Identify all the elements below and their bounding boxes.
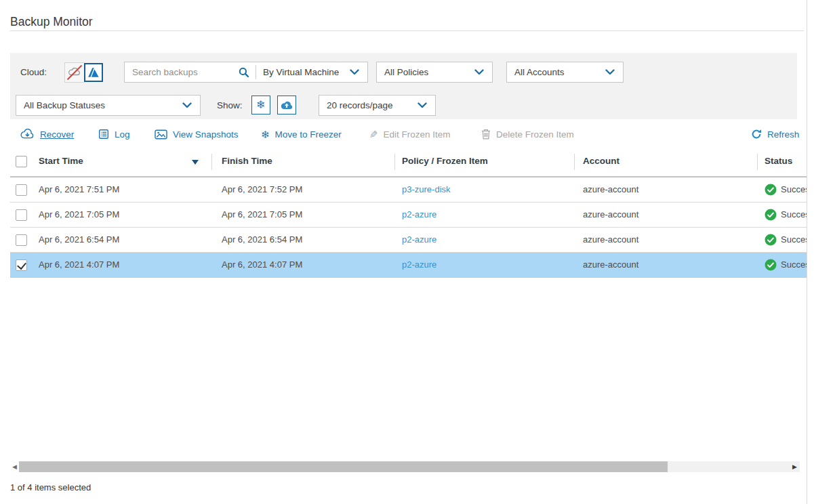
selection-summary: 1 of 4 items selected [10,482,91,492]
success-icon [765,209,777,221]
account-cell: azure-account [583,228,638,252]
log-list-icon [98,129,109,140]
table-body: Apr 6, 2021 7:51 PM Apr 6, 2021 7:52 PM … [10,177,807,278]
view-snapshots-label: View Snapshots [173,129,239,140]
delete-frozen-item-label: Delete Frozen Item [496,129,574,140]
search-input[interactable] [132,67,232,77]
success-icon [765,234,777,246]
refresh-label: Refresh [767,129,799,140]
start-time-cell: Apr 6, 2021 6:54 PM [39,228,119,252]
account-cell: azure-account [583,253,638,277]
filter-panel: Cloud: [10,53,797,119]
snowflake-icon: ❄ [256,100,265,110]
finish-time-cell: Apr 6, 2021 7:05 PM [222,203,302,227]
status-cell: Success [781,203,807,227]
chevron-down-icon [418,102,427,108]
search-icon[interactable] [232,67,256,78]
cloud-download-icon [20,129,35,140]
view-snapshots-button[interactable]: View Snapshots [155,124,239,144]
column-header-policy[interactable]: Policy / Frozen Item [402,156,488,166]
log-label: Log [115,129,130,140]
aws-cloud-icon-disabled [66,64,83,81]
refresh-button[interactable]: Refresh [751,124,799,144]
table-row[interactable]: Apr 6, 2021 7:51 PM Apr 6, 2021 7:52 PM … [10,177,807,203]
status-cell: Success [781,177,807,202]
chevron-down-icon [350,69,359,75]
column-header-status[interactable]: Status [765,156,792,166]
start-time-cell: Apr 6, 2021 7:51 PM [39,177,119,202]
select-all-checkbox[interactable] [16,156,27,167]
search-by-value: By Virtual Machine [263,67,339,77]
move-to-freezer-button[interactable]: ❄ Move to Freezer [261,124,342,144]
refresh-icon [751,129,762,140]
trash-icon [481,129,491,140]
row-checkbox[interactable] [16,184,27,196]
recover-button[interactable]: Recover [20,124,74,144]
pencil-icon: ✎ [369,129,378,140]
action-toolbar: Recover Log [0,124,814,144]
backup-statuses-dropdown[interactable]: All Backup Statuses [16,95,201,116]
table-row[interactable]: Apr 6, 2021 6:54 PM Apr 6, 2021 6:54 PM … [10,228,807,253]
table-row[interactable]: Apr 6, 2021 7:05 PM Apr 6, 2021 7:05 PM … [10,203,807,228]
recover-label: Recover [40,129,74,140]
column-divider [394,154,395,170]
backup-monitor-page: Backup Monitor Cloud: [0,0,814,504]
azure-logo-icon [87,67,100,78]
content-right-border [807,0,807,504]
start-time-cell: Apr 6, 2021 4:07 PM [39,253,119,277]
policies-dropdown[interactable]: All Policies [376,62,493,83]
column-divider [574,154,575,170]
column-header-account[interactable]: Account [583,156,619,166]
scroll-left-arrow[interactable]: ◀ [10,461,19,472]
status-cell: Success [781,253,807,277]
row-checkbox[interactable] [16,209,27,221]
log-button[interactable]: Log [98,124,130,144]
show-cloud-backups-toggle[interactable] [277,96,296,114]
cloud-upload-icon [281,100,293,110]
azure-cloud-toggle[interactable] [84,63,103,82]
search-by-dropdown[interactable]: By Virtual Machine [256,67,367,77]
chevron-down-icon [182,102,192,108]
column-divider [757,154,758,170]
aws-cloud-toggle[interactable] [64,62,85,83]
column-header-start-time[interactable]: Start Time [39,156,83,166]
snowflake-icon: ❄ [261,129,270,140]
accounts-dropdown[interactable]: All Accounts [506,62,624,83]
scroll-right-arrow[interactable]: ▶ [792,461,797,472]
backup-statuses-value: All Backup Statuses [24,100,105,110]
show-frozen-toggle[interactable]: ❄ [251,96,270,114]
delete-frozen-item-button[interactable]: Delete Frozen Item [481,124,574,144]
account-cell: azure-account [583,177,638,202]
row-checkbox[interactable] [16,234,27,246]
policy-link[interactable]: p2-azure [402,203,436,227]
edit-frozen-item-button[interactable]: ✎ Edit Frozen Item [369,124,451,144]
cloud-filter-label: Cloud: [20,62,47,83]
finish-time-cell: Apr 6, 2021 4:07 PM [222,253,302,277]
table-row[interactable]: Apr 6, 2021 4:07 PM Apr 6, 2021 4:07 PM … [10,253,807,278]
edit-frozen-item-label: Edit Frozen Item [384,129,451,140]
start-time-cell: Apr 6, 2021 7:05 PM [39,203,119,227]
policy-link[interactable]: p3-zure-disk [402,177,451,202]
policy-link[interactable]: p2-azure [402,228,436,252]
chevron-down-icon [474,69,484,75]
sort-desc-icon[interactable] [192,160,199,165]
policies-value: All Policies [384,67,428,77]
success-icon [765,184,777,196]
success-icon [765,259,777,271]
title-divider [10,30,804,31]
scrollbar-thumb[interactable] [19,461,668,472]
chevron-down-icon [605,69,615,75]
page-title: Backup Monitor [10,15,93,29]
horizontal-scrollbar: ◀ ▶ [10,461,800,472]
finish-time-cell: Apr 6, 2021 7:52 PM [222,177,302,202]
records-per-page-dropdown[interactable]: 20 records/page [319,95,436,116]
accounts-value: All Accounts [514,67,565,77]
column-header-finish-time[interactable]: Finish Time [222,156,272,166]
records-per-page-value: 20 records/page [327,100,393,110]
search-combo: By Virtual Machine [124,62,368,83]
snapshot-image-icon [155,129,167,140]
row-checkbox[interactable] [16,259,27,271]
account-cell: azure-account [583,203,638,227]
policy-link[interactable]: p2-azure [402,253,436,277]
table-header-row: Start Time Finish Time Policy / Frozen I… [10,146,807,177]
